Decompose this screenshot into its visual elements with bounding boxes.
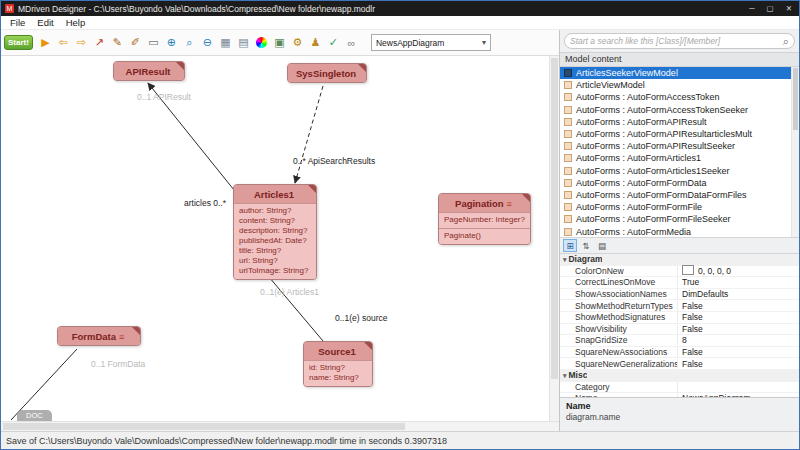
canvas-horizontal-scrollbar[interactable] [1,421,559,431]
model-content-item-label: AutoForms : AutoFormFormDataFormFiles [576,190,747,200]
actions-icon[interactable]: ⚙ [289,34,306,52]
model-content-item[interactable]: AutoForms : AutoFormArticles1Seeker [560,165,799,177]
alphabetical-icon[interactable]: ⇅ [579,239,593,252]
model-content-item[interactable]: AutoForms : AutoFormMedia [560,225,799,237]
scrollbar-thumb[interactable] [551,58,558,379]
property-row[interactable]: ShowAssociationNames DimDefaults [560,289,799,301]
model-content-item-label: AutoForms : AutoFormAPIResultSeeker [576,141,735,151]
property-row[interactable]: Diagram [560,254,799,266]
search-icon[interactable]: ⌕ [783,36,789,46]
model-content-item[interactable]: AutoForms : AutoFormFormData [560,177,799,189]
model-content-item[interactable]: ArticleViewModel [560,79,799,91]
model-content-item[interactable]: AutoForms : AutoFormFormFileSeeker [560,213,799,225]
property-name: ShowMethodReturnTypes [560,301,678,311]
class-icon [564,81,572,89]
class-icon [564,203,572,211]
scrollbar-thumb[interactable] [793,68,798,130]
toolbar-icon-glyph: ✎ [113,36,122,49]
menu-item[interactable]: File [4,17,31,28]
persistence-icon: ≡ [119,332,124,342]
zoom-in-icon[interactable]: ⊕ [163,34,180,52]
property-value: False [678,347,799,357]
grid-view-icon[interactable]: ▦ [217,34,234,52]
class-icon [564,179,572,187]
class-attribute: publishedAt: Date? [239,236,311,246]
property-row[interactable]: SquareNewGeneralizations False [560,358,799,370]
property-row[interactable]: Misc [560,370,799,382]
fold-corner-icon [308,185,316,193]
property-row[interactable]: SnapGridSize 8 [560,335,799,347]
model-content-item[interactable]: ArticlesSeekerViewModel [560,67,799,79]
fold-corner-icon [364,342,372,350]
zoom-lens-icon[interactable]: ⌕ [181,34,198,52]
property-row[interactable]: ShowMethodReturnTypes False [560,300,799,312]
toolbar-icon-glyph: ⊕ [167,36,176,49]
model-content-item[interactable]: AutoForms : AutoFormAccessTokenSeeker [560,104,799,116]
model-content-scrollbar[interactable] [791,67,799,237]
class-box-syssingleton[interactable]: SysSingleton [287,63,367,83]
draw-association-icon[interactable]: ✎ [109,34,126,52]
diagram-selector-value: NewsAppDiagram [376,38,445,48]
property-pages-icon[interactable]: ▤ [595,239,609,252]
property-name: Misc [560,370,587,380]
model-content-item[interactable]: AutoForms : AutoFormAPIResultSeeker [560,140,799,152]
model-content-item[interactable]: AutoForms : AutoFormArticles1 [560,152,799,164]
forward-arrow-icon[interactable]: ⇨ [73,34,90,52]
viewmodel-icon[interactable]: ▣ [271,34,288,52]
property-row[interactable]: CorrectLinesOnMove True [560,277,799,289]
property-name: SnapGridSize [560,335,678,345]
run-icon[interactable]: ▶ [37,34,54,52]
maximize-button[interactable]: ▢ [767,4,774,13]
menu-item[interactable]: Help [60,17,92,28]
property-row[interactable]: ShowMethodSignatures False [560,312,799,324]
scrollbar-thumb[interactable] [3,423,405,430]
start-button[interactable]: Start! [4,35,33,50]
model-content-item[interactable]: AutoForms : AutoFormAPIResultarticlesMul… [560,128,799,140]
model-content-item[interactable]: AutoForms : AutoFormAPIResult [560,116,799,128]
property-row[interactable]: ColorOnNew 0, 0, 0, 0 [560,266,799,278]
diagram-selector[interactable]: NewsAppDiagram ▾ [371,34,491,51]
property-name: CorrectLinesOnMove [560,277,678,287]
model-content-item[interactable]: AutoForms : AutoFormFormFile [560,201,799,213]
property-value: False [678,359,799,369]
class-box-articles1[interactable]: Articles1 author: String?content: String… [233,184,317,280]
model-content-item[interactable]: AutoForms : AutoFormFormDataFormFiles [560,189,799,201]
class-box-pagination[interactable]: Pagination≡ PageNumber: Integer? Paginat… [438,193,531,245]
menu-item[interactable]: Edit [31,17,59,28]
categorized-icon[interactable]: ⊞ [563,239,577,252]
validate-icon[interactable]: ✓ [325,34,342,52]
select-area-icon[interactable]: ▭ [145,34,162,52]
property-row[interactable]: ShowVisibility False [560,324,799,336]
zoom-out-icon[interactable]: ⊖ [199,34,216,52]
color-wheel-icon[interactable] [253,34,270,52]
app-icon: M [5,4,14,13]
property-value: 0, 0, 0, 0 [678,265,799,276]
property-row[interactable]: SquareNewAssociations False [560,347,799,359]
property-row[interactable]: Category [560,382,799,394]
class-icon [564,191,572,199]
link-icon[interactable]: ∞ [343,34,360,52]
close-button[interactable]: ✕ [786,4,792,13]
search-input[interactable] [570,36,783,46]
menubar: File Edit Help [1,16,799,30]
property-value: False [678,312,799,322]
property-value: False [678,324,799,334]
class-icon [564,130,572,138]
doc-tab[interactable]: DOC [17,410,52,421]
draw-generalization-icon[interactable]: ✐ [127,34,144,52]
property-name: ShowAssociationNames [560,289,678,299]
back-arrow-icon[interactable]: ⇦ [55,34,72,52]
model-content-item-label: AutoForms : AutoFormAPIResultarticlesMul… [576,129,752,139]
class-box-apiresult[interactable]: APIResult [113,61,185,81]
diagram-canvas[interactable]: APIResult SysSingleton Articles1 author:… [1,56,549,421]
model-content-item[interactable]: AutoForms : AutoFormAccessToken [560,91,799,103]
class-box-formdata[interactable]: FormData≡ [57,326,141,346]
canvas-vertical-scrollbar[interactable] [549,56,559,421]
class-box-source1[interactable]: Source1 id: String?name: String? [303,341,373,387]
table-view-icon[interactable]: ▤ [235,34,252,52]
navigate-icon[interactable]: ↗ [91,34,108,52]
main-toolbar: Start! ▶ ⇦ ⇨ ↗ ✎ ✐ ▭ [1,30,559,56]
minimize-button[interactable]: ─ [749,4,754,13]
users-icon[interactable]: ♟ [307,34,324,52]
model-content-list: ArticlesSeekerViewModel ArticleViewModel… [560,67,799,237]
